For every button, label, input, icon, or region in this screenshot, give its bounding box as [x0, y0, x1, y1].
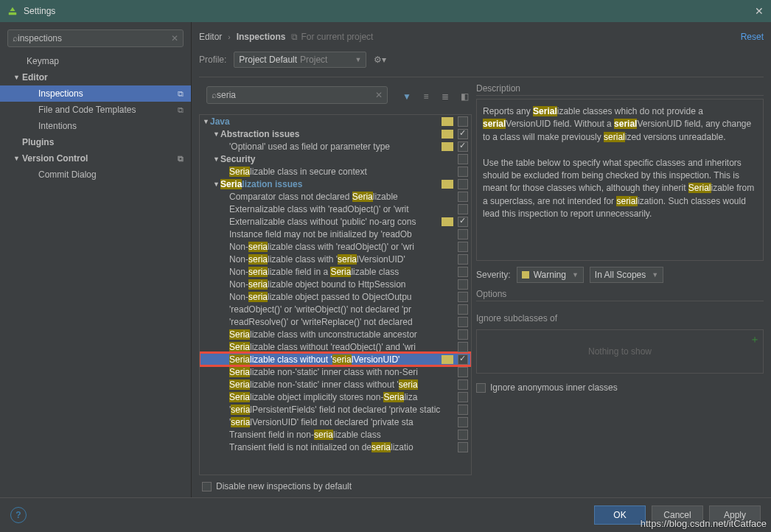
disable-new-checkbox[interactable] — [202, 482, 212, 491]
scope-icon: ⧉ — [291, 32, 298, 42]
sidebar-item-file-templates[interactable]: File and Code Templates⧉ — [0, 102, 191, 118]
tree-row[interactable]: Externalizable class with 'readObject()'… — [200, 203, 471, 215]
node-checkbox[interactable] — [458, 354, 468, 365]
sidebar-item-editor[interactable]: ▼Editor — [0, 69, 191, 85]
tree-node-security[interactable]: ▼Security — [200, 153, 471, 165]
node-checkbox[interactable] — [458, 329, 468, 340]
node-checkbox[interactable] — [458, 179, 468, 189]
inspection-list-panel: ⌕ ✕ ▼ ≡ ≣ ◧ ▼Java ▼Abstraction issues 'O… — [199, 83, 472, 497]
node-checkbox[interactable] — [458, 116, 468, 127]
node-checkbox[interactable] — [458, 304, 468, 315]
sidebar-item-commit[interactable]: Commit Dialog — [0, 167, 191, 183]
tree-row-selected[interactable]: Serializable class without 'serialVersio… — [200, 353, 471, 365]
tree-row[interactable]: Transient field is not initialized on de… — [200, 441, 471, 453]
severity-select[interactable]: Warning▼ — [517, 267, 584, 283]
node-checkbox[interactable] — [458, 141, 468, 152]
inspection-tree[interactable]: ▼Java ▼Abstraction issues 'Optional' use… — [199, 114, 472, 475]
sidebar-item-intentions[interactable]: Intentions — [0, 118, 191, 134]
node-checkbox[interactable] — [458, 405, 468, 415]
node-checkbox[interactable] — [458, 342, 468, 352]
tree-node-abstraction[interactable]: ▼Abstraction issues — [200, 127, 471, 140]
split-panel: ⌕ ✕ ▼ ≡ ≣ ◧ ▼Java ▼Abstraction issues 'O… — [199, 77, 764, 497]
titlebar: Settings ✕ — [0, 0, 771, 22]
svg-rect-0 — [9, 13, 17, 15]
node-checkbox[interactable] — [458, 317, 468, 327]
gear-icon[interactable]: ⚙▾ — [374, 55, 386, 65]
tree-row[interactable]: 'serialVersionUID' field not declared 'p… — [200, 416, 471, 428]
node-checkbox[interactable] — [458, 392, 468, 402]
node-checkbox[interactable] — [458, 430, 468, 440]
node-checkbox[interactable] — [458, 442, 468, 452]
tree-row[interactable]: Serializable object implicitly stores no… — [200, 391, 471, 403]
collapse-icon[interactable]: ≣ — [438, 89, 453, 104]
sidebar-item-keymap[interactable]: Keymap — [0, 53, 191, 69]
sidebar-item-plugins[interactable]: Plugins — [0, 134, 191, 150]
ignore-list[interactable]: Nothing to show ＋ — [476, 329, 764, 374]
sidebar-item-inspections[interactable]: Inspections⧉ — [0, 85, 191, 102]
search-icon: ⌕ — [13, 33, 18, 43]
tree-row[interactable]: Instance field may not be initialized by… — [200, 228, 471, 240]
node-checkbox[interactable] — [458, 367, 468, 377]
profile-select[interactable]: Project DefaultProject▼ — [234, 52, 366, 68]
node-checkbox[interactable] — [458, 379, 468, 390]
inspection-search-input[interactable] — [217, 90, 375, 100]
tree-row[interactable]: 'readResolve()' or 'writeReplace()' not … — [200, 315, 471, 328]
ok-button[interactable]: OK — [594, 505, 646, 525]
tree-row[interactable]: Serializable class with unconstructable … — [200, 328, 471, 340]
node-checkbox[interactable] — [458, 417, 468, 427]
tree-row[interactable]: 'Optional' used as field or parameter ty… — [200, 140, 471, 153]
eraser-icon[interactable]: ◧ — [457, 89, 472, 104]
sidebar-search[interactable]: ⌕ ✕ — [7, 29, 184, 47]
tree-row[interactable]: 'readObject()' or 'writeObject()' not de… — [200, 303, 471, 315]
disable-new-row[interactable]: Disable new inspections by default — [199, 475, 472, 497]
close-icon[interactable]: ✕ — [755, 5, 764, 17]
clear-icon[interactable]: ✕ — [171, 33, 178, 43]
node-checkbox[interactable] — [458, 154, 468, 164]
inspection-search[interactable]: ⌕ ✕ — [206, 86, 388, 104]
ignore-anon-row[interactable]: Ignore anonymous inner classes — [476, 382, 764, 393]
node-checkbox[interactable] — [458, 217, 468, 227]
tree-row[interactable]: Non-serializable field in a Serializable… — [200, 265, 471, 278]
profile-row: Profile: Project DefaultProject▼ ⚙▾ — [199, 47, 764, 77]
content: Editor › Inspections ⧉For current projec… — [192, 22, 771, 497]
node-checkbox[interactable] — [458, 267, 468, 277]
scope-icon: ⧉ — [178, 105, 184, 115]
tree-row[interactable]: Externalizable class without 'public' no… — [200, 215, 471, 228]
tree-row[interactable]: Serializable class in secure context — [200, 165, 471, 178]
node-checkbox[interactable] — [458, 242, 468, 252]
node-checkbox[interactable] — [458, 229, 468, 239]
tree-row[interactable]: Non-serializable class with 'serialVersi… — [200, 253, 471, 265]
filter-icon[interactable]: ▼ — [400, 89, 414, 104]
empty-text: Nothing to show — [588, 346, 652, 357]
tree-row[interactable]: Serializable non-'static' inner class wi… — [200, 365, 471, 378]
clear-icon[interactable]: ✕ — [375, 90, 383, 100]
node-checkbox[interactable] — [458, 254, 468, 265]
node-checkbox[interactable] — [458, 129, 468, 139]
reset-link[interactable]: Reset — [741, 32, 764, 42]
tree-row[interactable]: Non-serializable object passed to Object… — [200, 290, 471, 303]
tree-row[interactable]: 'serialPersistentFields' field not decla… — [200, 403, 471, 416]
help-button[interactable]: ? — [10, 507, 27, 523]
breadcrumb-editor[interactable]: Editor — [199, 32, 222, 42]
scope-select[interactable]: In All Scopes▼ — [590, 267, 663, 283]
ignore-anon-checkbox[interactable] — [476, 383, 486, 393]
search-icon: ⌕ — [212, 90, 217, 100]
tree-row[interactable]: Serializable non-'static' inner class wi… — [200, 378, 471, 391]
tree-row[interactable]: Non-serializable class with 'readObject(… — [200, 240, 471, 253]
sidebar-search-input[interactable] — [18, 33, 171, 43]
settings-window: Settings ✕ ⌕ ✕ Keymap ▼Editor Inspection… — [0, 0, 771, 532]
node-checkbox[interactable] — [458, 192, 468, 202]
tree-node-serialization[interactable]: ▼Serialization issues — [200, 178, 471, 190]
tree-row[interactable]: Non-serializable object bound to HttpSes… — [200, 278, 471, 290]
tree-row[interactable]: Serializable class without 'readObject()… — [200, 340, 471, 353]
node-checkbox[interactable] — [458, 204, 468, 214]
tree-row[interactable]: Transient field in non-serializable clas… — [200, 428, 471, 441]
add-icon[interactable]: ＋ — [750, 333, 760, 346]
tree-row[interactable]: Comparator class not declared Serializab… — [200, 190, 471, 203]
node-checkbox[interactable] — [458, 167, 468, 177]
expand-icon[interactable]: ≡ — [419, 89, 433, 104]
sidebar-item-vcs[interactable]: ▼Version Control⧉ — [0, 150, 191, 167]
node-checkbox[interactable] — [458, 292, 468, 302]
node-checkbox[interactable] — [458, 279, 468, 290]
tree-node-java[interactable]: ▼Java — [200, 115, 471, 127]
